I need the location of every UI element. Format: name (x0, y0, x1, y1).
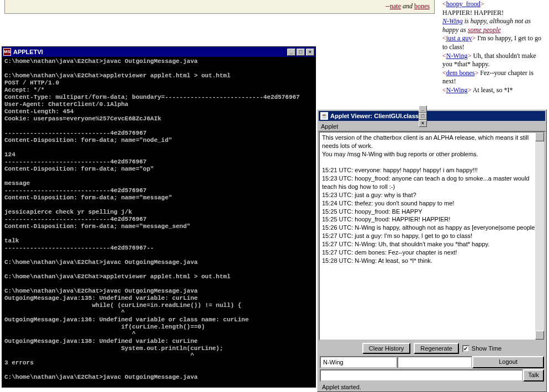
chat-message: 15:23 UTC: just a guy: why is that? (322, 191, 542, 199)
chat-message: 15:24 UTC: thefez: you don't sound happy… (322, 199, 542, 208)
link-some-people[interactable]: some people (468, 26, 501, 34)
chat-message: 15:27 UTC: just a guy: I'm so happy, I g… (322, 232, 542, 240)
applet-titlebar[interactable]: ☕ Applet Viewer: ClientGUI.class _ □ × (319, 111, 545, 121)
show-time-label: Show Time (472, 345, 502, 352)
banner-prefix: -- (386, 2, 390, 10)
user-row: N-Wing Logout (319, 356, 545, 368)
applet-title: Applet Viewer: ClientGUI.class (330, 113, 419, 119)
terminal-titlebar[interactable]: MS APPLETVI _ □ × (2, 47, 315, 57)
right-chat-column: <hoopy_frood> HAPPIER! HAPPIER! N-Wing i… (442, 0, 545, 95)
terminal-title: APPLETVI (13, 49, 287, 55)
nick-n-wing[interactable]: N-Wing (442, 17, 463, 25)
banner-link-bones[interactable]: bones (414, 2, 430, 10)
nick-n-wing[interactable]: N-Wing (446, 86, 468, 94)
terminal-window: MS APPLETVI _ □ × C:\home\nathan\java\E2… (2, 46, 316, 388)
banner-link-nate[interactable]: nate (390, 2, 401, 10)
button-row: Clear History Regenerate ✔ Show Time (319, 341, 545, 356)
maximize-button[interactable]: □ (419, 113, 427, 120)
chat-intro-2: You may /msg N-Wing with bug reports or … (322, 150, 542, 158)
applet-viewer-window: ☕ Applet Viewer: ClientGUI.class _ □ × A… (317, 109, 547, 392)
nick-n-wing[interactable]: N-Wing (446, 52, 468, 60)
minimize-button[interactable]: _ (419, 105, 427, 113)
nick-just-a-guy[interactable]: just a guy (446, 34, 472, 42)
nick-hoopy-frood[interactable]: hoopy_frood (446, 0, 481, 8)
chat-message: 15:26 UTC: N-Wing is happy, although not… (322, 224, 542, 232)
nick-dem-bones[interactable]: dem bones (446, 69, 475, 77)
chat-line: <N-Wing> At least, so *I* (442, 86, 545, 95)
logout-button[interactable]: Logout (472, 356, 544, 368)
scrollbar-track[interactable] (535, 133, 544, 340)
message-row: Talk (319, 368, 545, 382)
close-button[interactable]: × (306, 49, 314, 56)
chat-line: <N-Wing> Uh, that shouldn't make you *th… (442, 52, 545, 69)
scroll-up-button[interactable] (535, 133, 544, 141)
menu-applet[interactable]: Applet (321, 123, 338, 130)
chat-line: <hoopy_frood> (442, 0, 545, 9)
chat-message: 15:25 UTC: hoopy_frood: HAPPIER! HAPPIER… (322, 215, 542, 224)
show-time-checkbox[interactable]: ✔ Show Time (462, 345, 502, 352)
minimize-button[interactable]: _ (287, 49, 295, 56)
password-field[interactable] (397, 356, 472, 368)
chat-message: 15:28 UTC: N-Wing: At least, so *I* thin… (322, 257, 542, 265)
username-field[interactable]: N-Wing (320, 356, 397, 368)
chat-line: <just a guy> I'm so happy, I get to go t… (442, 34, 545, 51)
checkbox-icon[interactable]: ✔ (462, 345, 469, 352)
chat-line: N-Wing is happy, although not as happy a… (442, 17, 545, 34)
status-bar: Applet started. (319, 382, 545, 391)
chat-intro-1: This version of the chatterbox client is… (322, 134, 542, 150)
chat-message: 15:27 UTC: N-Wing: Uh, that shouldn't ma… (322, 240, 542, 248)
top-banner: --nate and bones (4, 0, 435, 14)
maximize-button[interactable]: □ (297, 49, 305, 56)
message-input[interactable] (320, 369, 523, 382)
chat-message: 15:25 UTC: hoopy_frood: BE HAPPY (322, 208, 542, 216)
clear-history-button[interactable]: Clear History (362, 343, 411, 354)
banner-join: and (401, 2, 414, 10)
chat-message: 15:23 UTC: hoopy_frood: anyone can teach… (322, 174, 542, 191)
terminal-output[interactable]: C:\home\nathan\java\E2Chat>javac Outgoin… (2, 57, 315, 387)
chat-line: HAPPIER! HAPPIER! (442, 9, 545, 18)
talk-button[interactable]: Talk (523, 369, 544, 382)
chat-line: <dem bones> Fez--your chapter is next! (442, 69, 545, 86)
scroll-down-button[interactable] (535, 331, 544, 340)
applet-menubar: Applet (318, 122, 546, 131)
msdos-icon[interactable]: MS (3, 48, 11, 56)
chat-log[interactable]: This version of the chatterbox client is… (319, 131, 545, 341)
chat-message: 15:21 UTC: everyone: happy! happy! happy… (322, 166, 542, 174)
java-icon: ☕ (320, 112, 328, 120)
regenerate-button[interactable]: Regenerate (414, 343, 459, 354)
chat-message: 15:27 UTC: dem bones: Fez--your chapter … (322, 248, 542, 257)
